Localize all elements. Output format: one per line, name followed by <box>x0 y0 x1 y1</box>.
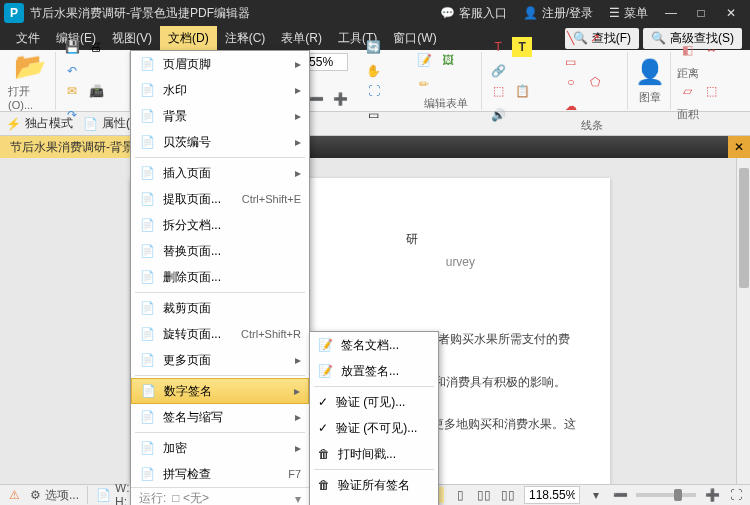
tab-close-all[interactable]: ✕ <box>728 136 750 158</box>
item-icon: 📄 <box>139 56 155 72</box>
submenu-item-8[interactable]: 🗑清除所有签名 <box>310 498 438 505</box>
item-label: 拆分文档... <box>163 217 301 234</box>
line-group: ╲ ↗ ▭ ○ ⬠ ☁ 线条 <box>557 52 629 110</box>
item-icon: 📄 <box>139 409 155 425</box>
stamp-icon[interactable]: ⬚ <box>488 81 508 101</box>
image-edit-icon[interactable]: 🖼 <box>438 50 458 70</box>
note-icon[interactable]: 📋 <box>512 81 532 101</box>
dropdown-item-7[interactable]: 📄拆分文档... <box>131 212 309 238</box>
titlebar: P 节后水果消费调研-背景色迅捷PDF编辑器 💬客服入口 👤注册/登录 ☰菜单 … <box>0 0 750 26</box>
layout-continuous-icon[interactable]: ▯ <box>452 487 468 503</box>
dropdown-item-18[interactable]: 📄加密▸ <box>131 435 309 461</box>
dropdown-item-9[interactable]: 📄删除页面... <box>131 264 309 290</box>
arrow-icon[interactable]: ↗ <box>585 28 605 48</box>
dropdown-item-15[interactable]: 📄数字签名▸ <box>131 378 309 404</box>
submenu-arrow-icon: ▸ <box>295 57 301 71</box>
close-button[interactable]: ✕ <box>716 6 746 20</box>
zoom-out-status-icon[interactable]: ➖ <box>612 487 628 503</box>
text-box-icon[interactable]: T <box>488 37 508 57</box>
zoom-in-icon[interactable]: ➕ <box>331 89 351 109</box>
menu-file[interactable]: 文件 <box>8 26 48 50</box>
exclusive-mode-button[interactable]: ⚡独占模式 <box>6 115 73 132</box>
open-group: 📂 打开(O)... <box>4 52 56 110</box>
item-icon: 📄 <box>139 217 155 233</box>
layout-cont-facing-icon[interactable]: ▯▯ <box>500 487 516 503</box>
layout-facing-icon[interactable]: ▯▯ <box>476 487 492 503</box>
minimize-button[interactable]: — <box>656 6 686 20</box>
person-stamp-icon[interactable]: 👤 <box>634 56 666 88</box>
submenu-item-4[interactable]: ✓验证 (不可见)... <box>310 415 438 441</box>
submenu-item-1[interactable]: 📝放置签名... <box>310 358 438 384</box>
dropdown-item-5[interactable]: 📄插入页面▸ <box>131 160 309 186</box>
zoom-input[interactable] <box>304 53 348 71</box>
scan-icon[interactable]: 📠 <box>86 81 106 101</box>
menu-button[interactable]: ☰菜单 <box>601 5 656 22</box>
submenu-item-7[interactable]: 🗑验证所有签名 <box>310 472 438 498</box>
circle-icon[interactable]: ○ <box>561 72 581 92</box>
audio-icon[interactable]: 🔊 <box>488 105 508 125</box>
dropdown-item-2[interactable]: 📄背景▸ <box>131 103 309 129</box>
eraser-icon[interactable]: ◧ <box>677 40 697 60</box>
dropdown-item-8[interactable]: 📄替换页面... <box>131 238 309 264</box>
dropdown-item-12[interactable]: 📄旋转页面...Ctrl+Shift+R <box>131 321 309 347</box>
submenu-item-0[interactable]: 📝签名文档... <box>310 332 438 358</box>
text-edit-icon[interactable]: 📝 <box>414 50 434 70</box>
signature-submenu: 📝签名文档...📝放置签名...✓验证 (可见)...✓验证 (不可见)...🗑… <box>309 331 439 505</box>
scrollbar-thumb[interactable] <box>739 168 749 288</box>
highlight-icon[interactable]: T <box>512 37 532 57</box>
zoom-slider[interactable] <box>636 493 696 497</box>
submenu-arrow-icon: ▸ <box>294 384 300 398</box>
pencil-icon[interactable]: ✏ <box>414 74 434 94</box>
submenu-item-3[interactable]: ✓验证 (可见)... <box>310 389 438 415</box>
dropdown-item-11[interactable]: 📄裁剪页面 <box>131 295 309 321</box>
zoom-dropdown-icon[interactable]: ▾ <box>588 487 604 503</box>
dropdown-item-16[interactable]: 📄签名与缩写▸ <box>131 404 309 430</box>
dropdown-run-row[interactable]: 运行:□ <无>▾ <box>131 487 309 505</box>
dropdown-item-13[interactable]: 📄更多页面▸ <box>131 347 309 373</box>
submenu-label: 验证所有签名 <box>338 477 410 494</box>
rotate-icon[interactable]: 🔄 <box>364 37 384 57</box>
fit-icon[interactable]: ⛶ <box>364 81 384 101</box>
menu-form[interactable]: 表单(R) <box>273 26 330 50</box>
rect-icon[interactable]: ▭ <box>561 52 581 72</box>
undo-icon[interactable]: ↶ <box>62 61 82 81</box>
email-icon[interactable]: ✉ <box>62 81 82 101</box>
measure-group: ◧ ↔ 距离 ▱ ⬚ 面积 <box>673 52 746 110</box>
item-icon: 📄 <box>139 466 155 482</box>
hand-icon[interactable]: ✋ <box>364 61 384 81</box>
select-icon[interactable]: ▭ <box>364 105 384 125</box>
dropdown-item-0[interactable]: 📄页眉页脚▸ <box>131 51 309 77</box>
submenu-item-5[interactable]: 🗑打时间戳... <box>310 441 438 467</box>
fullscreen-icon[interactable]: ⛶ <box>728 487 744 503</box>
submenu-icon: 📝 <box>318 364 333 378</box>
distance-icon[interactable]: ↔ <box>701 40 721 60</box>
warning-icon[interactable]: ⚠ <box>6 487 22 503</box>
save-icon[interactable]: 💾 <box>62 37 82 57</box>
dropdown-item-6[interactable]: 📄提取页面...Ctrl+Shift+E <box>131 186 309 212</box>
dropdown-item-3[interactable]: 📄贝茨编号▸ <box>131 129 309 155</box>
line-icon[interactable]: ╲ <box>561 28 581 48</box>
annotation-group: T T 🔗 ⬚ 📋 🔊 <box>484 52 555 110</box>
dropdown-item-19[interactable]: 📄拼写检查F7 <box>131 461 309 487</box>
options-button[interactable]: ⚙选项... <box>30 486 88 504</box>
polygon-icon[interactable]: ⬠ <box>585 72 605 92</box>
vertical-scrollbar[interactable] <box>736 158 750 484</box>
open-icon[interactable]: 📂 <box>14 51 46 82</box>
item-icon: 📄 <box>139 352 155 368</box>
area-icon[interactable]: ▱ <box>677 81 697 101</box>
link-icon[interactable]: 🔗 <box>488 61 508 81</box>
dropdown-item-1[interactable]: 📄水印▸ <box>131 77 309 103</box>
menu-annotation[interactable]: 注释(C) <box>217 26 274 50</box>
login-button[interactable]: 👤注册/登录 <box>515 5 601 22</box>
support-button[interactable]: 💬客服入口 <box>432 5 515 22</box>
zoom-status-input[interactable] <box>524 486 580 504</box>
print-icon[interactable]: 🖨 <box>86 37 106 57</box>
submenu-icon: 📝 <box>318 338 333 352</box>
perimeter-icon[interactable]: ⬚ <box>701 81 721 101</box>
cloud-icon[interactable]: ☁ <box>561 96 581 116</box>
item-label: 插入页面 <box>163 165 287 182</box>
maximize-button[interactable]: □ <box>686 6 716 20</box>
zoom-in-status-icon[interactable]: ➕ <box>704 487 720 503</box>
menu-document[interactable]: 文档(D) <box>160 26 217 50</box>
tab-bar: 节后水果消费调研-背景色 ✕ + ✕ <box>0 136 750 158</box>
